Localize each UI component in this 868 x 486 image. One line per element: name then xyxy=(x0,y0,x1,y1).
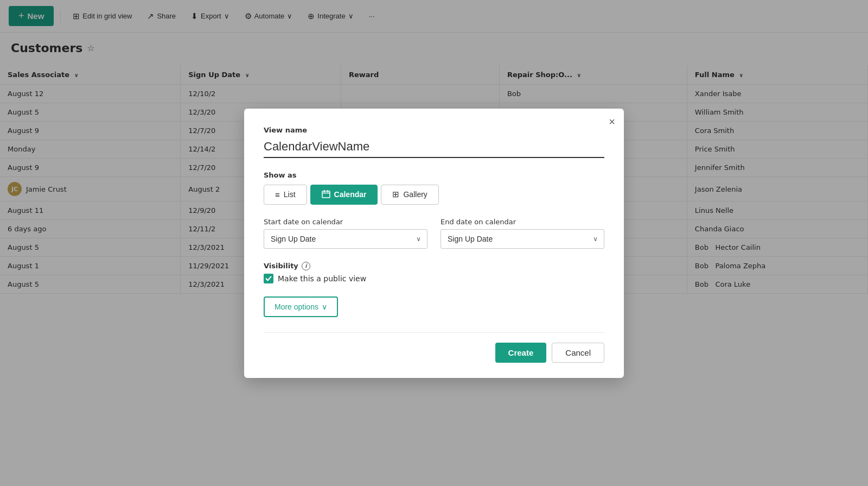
modal-footer: Create Cancel xyxy=(264,332,604,363)
end-date-select-wrapper: Sign Up Date Created Date ∨ xyxy=(441,229,604,249)
modal-overlay[interactable]: × View name Show as ≡ List Calend xyxy=(0,0,868,486)
start-date-select[interactable]: Sign Up Date Created Date xyxy=(264,229,427,249)
calendar-icon xyxy=(322,190,330,200)
end-date-select[interactable]: Sign Up Date Created Date xyxy=(441,229,604,249)
checkbox-row: Make this a public view xyxy=(264,274,604,283)
show-as-gallery-button[interactable]: ⊞ Gallery xyxy=(381,185,438,205)
show-as-gallery-label: Gallery xyxy=(403,190,427,199)
list-icon: ≡ xyxy=(275,190,280,199)
show-as-list-label: List xyxy=(284,190,296,199)
public-view-label: Make this a public view xyxy=(278,274,366,283)
show-as-calendar-button[interactable]: Calendar xyxy=(310,185,378,205)
svg-rect-0 xyxy=(322,191,330,198)
start-date-select-wrapper: Sign Up Date Created Date ∨ xyxy=(264,229,427,249)
public-view-checkbox[interactable] xyxy=(264,274,273,283)
more-options-label: More options xyxy=(275,302,318,311)
show-as-list-button[interactable]: ≡ List xyxy=(264,185,307,205)
gallery-icon: ⊞ xyxy=(392,190,399,199)
more-options-button[interactable]: More options ∨ xyxy=(264,296,338,317)
visibility-info-icon[interactable]: i xyxy=(302,262,310,270)
modal-dialog: × View name Show as ≡ List Calend xyxy=(244,109,624,378)
visibility-row: Visibility i xyxy=(264,262,604,270)
modal-close-button[interactable]: × xyxy=(609,116,615,127)
view-name-label: View name xyxy=(264,126,604,134)
visibility-label: Visibility xyxy=(264,262,298,270)
checkmark-icon xyxy=(265,275,272,282)
start-date-label: Start date on calendar xyxy=(264,218,427,226)
more-options-chevron-icon: ∨ xyxy=(322,302,327,311)
date-row: Start date on calendar Sign Up Date Crea… xyxy=(264,218,604,249)
create-button[interactable]: Create xyxy=(495,343,547,363)
show-as-calendar-label: Calendar xyxy=(334,190,367,199)
cancel-button[interactable]: Cancel xyxy=(552,343,604,363)
end-date-label: End date on calendar xyxy=(441,218,604,226)
end-date-field: End date on calendar Sign Up Date Create… xyxy=(441,218,604,249)
show-as-label: Show as xyxy=(264,171,604,179)
show-as-options: ≡ List Calendar ⊞ Gallery xyxy=(264,185,604,205)
start-date-field: Start date on calendar Sign Up Date Crea… xyxy=(264,218,427,249)
view-name-input[interactable] xyxy=(264,137,604,158)
